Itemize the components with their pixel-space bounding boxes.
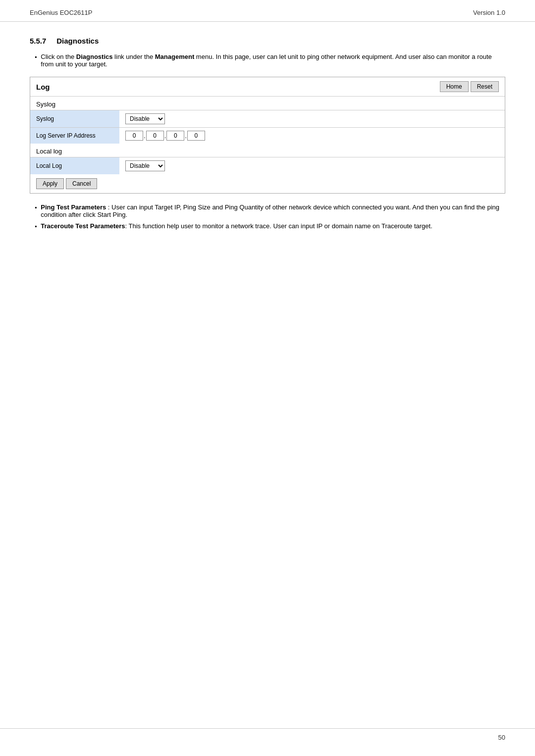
section-title: Diagnostics: [56, 37, 99, 45]
header-right: Version 1.0: [473, 9, 505, 16]
local-log-row-value: Disable Enable: [119, 157, 505, 175]
home-button[interactable]: Home: [440, 81, 469, 92]
apply-button[interactable]: Apply: [36, 178, 64, 189]
local-log-select[interactable]: Disable Enable: [125, 160, 165, 171]
header-left: EnGenius EOC2611P: [30, 9, 92, 16]
bottom-bullets: Ping Test Parameters : User can input Ta…: [30, 203, 505, 230]
ip-input-group: . . .: [125, 131, 499, 141]
local-log-row: Local Log Disable Enable: [30, 157, 505, 175]
form-actions: Apply Cancel: [30, 174, 505, 193]
page-number: 50: [498, 734, 505, 741]
bullet-ping-test: Ping Test Parameters : User can input Ta…: [41, 203, 505, 218]
cancel-button[interactable]: Cancel: [66, 178, 97, 189]
syslog-select[interactable]: Disable Enable: [125, 113, 165, 124]
local-log-row-label: Local Log: [30, 157, 119, 175]
syslog-table: Syslog Disable Enable Log Server IP Addr…: [30, 110, 505, 144]
ip-octet-3[interactable]: [166, 131, 184, 141]
reset-button[interactable]: Reset: [471, 81, 499, 92]
ip-octet-4[interactable]: [187, 131, 205, 141]
syslog-section-label: Syslog: [30, 97, 505, 110]
section-number: 5.5.7: [30, 37, 46, 45]
syslog-row-value: Disable Enable: [119, 110, 505, 128]
log-server-ip-row: Log Server IP Address . . .: [30, 128, 505, 144]
syslog-row-label: Syslog: [30, 110, 119, 128]
ip-octet-1[interactable]: [125, 131, 143, 141]
ip-octet-2[interactable]: [146, 131, 164, 141]
log-server-ip-value: . . .: [119, 128, 505, 144]
syslog-row: Syslog Disable Enable: [30, 110, 505, 128]
log-panel: Log Home Reset Syslog Syslog Disable Ena…: [30, 77, 505, 194]
log-server-ip-label: Log Server IP Address: [30, 128, 119, 144]
local-log-section-label: Local log: [30, 144, 505, 157]
bullet-traceroute: Traceroute Test Parameters: This functio…: [41, 222, 432, 230]
local-log-table: Local Log Disable Enable: [30, 157, 505, 174]
intro-text: Click on the Diagnostics link under the …: [41, 53, 505, 68]
panel-title: Log: [36, 83, 50, 91]
